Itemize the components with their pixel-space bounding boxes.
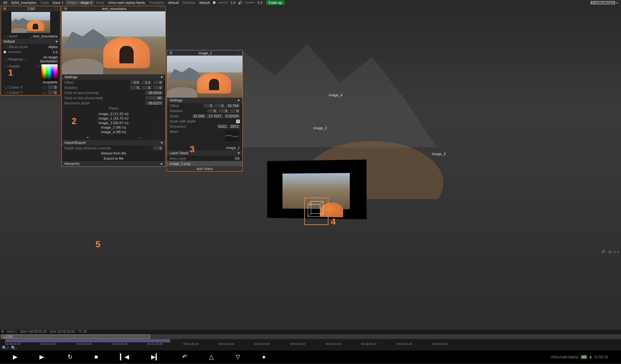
depthmap-value[interactable]: -1 xyxy=(153,146,163,150)
selection-wireframe[interactable] xyxy=(304,198,328,225)
expand-icon[interactable]: ⛶ xyxy=(237,51,240,55)
scene-label-image3[interactable]: image_3 xyxy=(432,152,446,156)
export-button[interactable]: Export to file xyxy=(104,156,123,160)
unlink-icon[interactable] xyxy=(37,64,40,68)
scale-z[interactable]: 0.22529 xyxy=(224,114,240,118)
mapping-value[interactable]: mr target (backplate) xyxy=(27,55,58,63)
expand-icon[interactable]: ⛶ xyxy=(160,7,163,11)
devices-menu-label[interactable]: Devices xyxy=(181,1,197,5)
palette-swatch[interactable] xyxy=(41,64,58,80)
scaledepth-checkbox[interactable] xyxy=(236,120,240,123)
unlink-icon[interactable] xyxy=(29,35,32,38)
reset-icon[interactable] xyxy=(5,35,8,38)
asset-preview[interactable] xyxy=(62,11,165,74)
maxdepth-value[interactable]: 99.6227 xyxy=(145,101,163,105)
res-y[interactable]: 2872 xyxy=(229,124,240,128)
offset-x[interactable]: 0.6 xyxy=(130,80,140,84)
close-icon[interactable]: ✕ xyxy=(64,7,68,11)
ok-button[interactable]: OK xyxy=(235,156,240,160)
panel-header[interactable]: ✕ image_1 ⛶ xyxy=(167,50,242,56)
feed-menu-label[interactable]: Feed xyxy=(94,1,106,5)
notifications-arrow-icon[interactable]: ▸ xyxy=(615,1,620,5)
settings-section[interactable]: Settings ▾ xyxy=(62,74,165,80)
fov-v-value[interactable]: 58.6559 xyxy=(145,91,163,95)
reset-icon[interactable] xyxy=(5,45,8,48)
transport-menu-label[interactable]: Transport xyxy=(147,1,166,5)
panel-2p5d-header[interactable]: ✕ 2.5D ⛶ xyxy=(1,6,60,11)
reset-icon[interactable] xyxy=(5,64,8,68)
track-name[interactable]: track 1 xyxy=(7,330,17,334)
plate-item[interactable]: image_1 (15.75 m) xyxy=(62,116,165,121)
axis-icon[interactable] xyxy=(602,249,606,254)
colourx-value[interactable]: 0 xyxy=(48,85,58,89)
timeline-ruler[interactable]: 00:00:00.0000:00:15.0000:00:30.0000:00:4… xyxy=(0,339,621,345)
mesh-thumbnail[interactable] xyxy=(224,130,240,142)
viewport-menu-icon[interactable]: ≡ xyxy=(614,250,615,254)
layer-chip-2p5d[interactable]: ◂ 2.5D xyxy=(1,335,150,339)
devices-menu-value[interactable]: default xyxy=(197,1,212,5)
stage-menu-label[interactable]: Stage xyxy=(65,1,79,5)
offset-y[interactable]: 0 xyxy=(215,104,225,108)
rot-z[interactable]: 0 xyxy=(230,109,240,113)
refresh-icon[interactable]: ↻ xyxy=(1,330,4,334)
blend-slider[interactable] xyxy=(8,51,21,53)
scale-x[interactable]: 31.508 xyxy=(192,114,206,118)
blend-amount[interactable]: 1.0 xyxy=(53,50,58,54)
reset-icon[interactable] xyxy=(5,58,7,61)
asset-value[interactable]: tent_mountains xyxy=(33,34,58,38)
fade-up-button[interactable]: Fade up xyxy=(266,0,284,5)
unlink-icon[interactable] xyxy=(23,58,26,61)
close-icon[interactable]: ✕ xyxy=(3,7,7,11)
feed-menu-value[interactable]: chris-nash-laptop feeds xyxy=(106,1,147,5)
project-label[interactable]: 2p5d_examples xyxy=(9,1,38,5)
record-button[interactable]: ● xyxy=(262,354,266,360)
rot-y[interactable]: 0 xyxy=(219,109,228,113)
undo-button[interactable]: ↶ xyxy=(182,353,187,360)
offset-x[interactable]: 0 xyxy=(204,104,213,108)
asset-preview[interactable] xyxy=(167,56,242,98)
plate-item[interactable]: image_4 (86 m) xyxy=(62,130,165,134)
offset-z[interactable]: 15.754 xyxy=(226,104,240,108)
reload-button[interactable]: Reload from file xyxy=(101,151,126,155)
scene-label-image2[interactable]: image_2 xyxy=(313,126,327,130)
notifications-button[interactable]: 1 notification(s) xyxy=(591,1,615,5)
expand-icon[interactable]: ⛶ xyxy=(54,7,58,11)
plate-item[interactable]: image_2 (86 m) xyxy=(62,125,165,130)
stop-button[interactable]: ■ xyxy=(94,354,98,360)
rot-y[interactable]: 0 xyxy=(142,86,151,90)
rot-x[interactable]: 0 xyxy=(207,109,217,113)
offset-z[interactable]: 0 xyxy=(153,80,163,84)
volume-slider-1[interactable] xyxy=(218,2,228,3)
zoom-in-icon[interactable]: 🔍+ xyxy=(2,346,9,350)
fov-h-value[interactable]: 90 xyxy=(145,96,163,100)
offset-y[interactable]: 1.1 xyxy=(142,80,151,84)
play-button[interactable]: ▶ xyxy=(13,353,17,360)
unlink-icon[interactable] xyxy=(43,86,46,89)
speaker-icon[interactable]: 🔊 xyxy=(237,1,244,5)
scale-y[interactable]: 17.7017 xyxy=(207,114,223,118)
track-menu-label[interactable]: Track xyxy=(38,1,51,5)
blend-mode-value[interactable]: Alpha xyxy=(49,45,58,49)
res-x[interactable]: 5112 xyxy=(217,124,227,128)
plate-item[interactable]: image_0 (11.92 m) xyxy=(62,112,165,116)
volume-slider-2[interactable] xyxy=(245,2,255,3)
add-video-button[interactable]: Add Video xyxy=(196,167,213,171)
rot-x[interactable]: 0 xyxy=(130,86,140,90)
keyframe-dot-icon[interactable] xyxy=(4,51,6,53)
play-section-button[interactable]: ▶· xyxy=(39,353,46,360)
plate-item[interactable]: image_3 (50.87 m) xyxy=(62,121,165,125)
timeline-region[interactable] xyxy=(5,339,170,342)
panel-header[interactable]: ✕ tent_mountains ⛶ xyxy=(62,6,165,11)
prev-cue-button[interactable]: ▎◀ xyxy=(120,353,129,360)
unlink-icon[interactable] xyxy=(43,91,46,94)
zoom-out-icon[interactable]: 🔍- xyxy=(11,346,17,350)
track-menu-value[interactable]: track 1 xyxy=(51,1,65,5)
app-label[interactable]: d3 xyxy=(1,1,9,5)
loop-button[interactable]: ↻ xyxy=(68,353,72,360)
reset-icon[interactable] xyxy=(5,86,8,89)
marker-up-button[interactable]: △ xyxy=(209,353,214,360)
layer-file[interactable]: image_1.png xyxy=(170,162,190,166)
default-section[interactable]: Default ▾ xyxy=(1,39,60,44)
coloury-value[interactable]: 0 xyxy=(48,91,58,94)
viewport-dropdown-icon[interactable]: ▾ xyxy=(617,250,619,254)
